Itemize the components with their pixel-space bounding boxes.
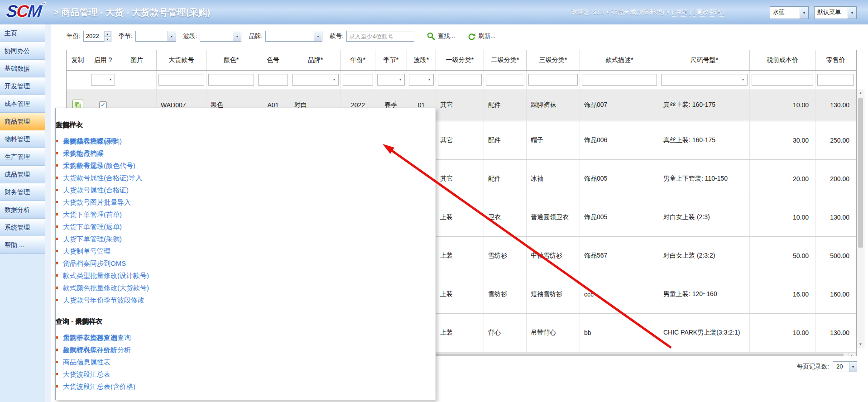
change-password-link[interactable]: [ 更改密码 ] — [693, 8, 724, 17]
top-header-bar: SCM™ > 商品管理 - 大货 - 大货款号管理(采购) 欢迎您: scm <… — [0, 0, 868, 25]
column-filter-input[interactable] — [752, 74, 813, 86]
sidebar-item[interactable]: 物料管理 — [0, 130, 45, 148]
column-header[interactable]: 复制 — [67, 50, 89, 70]
cell-category3: 冰袖 — [527, 160, 580, 198]
year-spinner[interactable]: 2022 ▲▼ — [83, 31, 111, 42]
menu-mode-select[interactable]: 默认菜单 — [814, 6, 857, 19]
column-header[interactable]: 三级分类* — [527, 50, 580, 70]
sidebar-item[interactable]: 数据分析 — [0, 201, 45, 219]
sidebar-item[interactable]: 协同办公 — [0, 42, 45, 60]
theme-select[interactable]: 水蓝 — [770, 6, 809, 19]
refresh-icon — [468, 33, 475, 40]
cell-pretax-cost: 20.00 — [750, 160, 815, 198]
menu-link[interactable]: 大货款号属性(颜色代号) — [56, 159, 174, 172]
menu-link[interactable]: 大货下单管理(采购) — [56, 233, 174, 245]
brand-label: 品牌: — [249, 32, 263, 40]
menu-group: 查询 - 大货 大货下单资料查询款式资料商品信息属性表大货波段汇总表大货波段汇总… — [56, 317, 174, 392]
sidebar-item[interactable]: 开发管理 — [0, 77, 45, 95]
menu-link[interactable]: 大货款号属性(合格证) — [56, 184, 174, 196]
sidebar-item[interactable]: 生产管理 — [0, 148, 45, 166]
menu-link[interactable]: 货品档案同步到OMS — [56, 257, 174, 269]
menu-link[interactable]: 大货款号管理 — [56, 147, 174, 159]
column-filter-input[interactable] — [486, 74, 524, 86]
column-header[interactable]: 波段* — [407, 50, 436, 70]
column-filter-select[interactable] — [661, 74, 748, 86]
spinner-arrows-icon[interactable]: ▲▼ — [104, 31, 111, 41]
column-header[interactable]: 季节* — [375, 50, 407, 70]
chevron-down-icon[interactable] — [848, 7, 856, 19]
scroll-up-icon[interactable]: ▲ — [857, 89, 864, 96]
menu-link[interactable]: 大货波段汇总表 — [56, 368, 174, 380]
chevron-down-icon[interactable] — [800, 7, 808, 19]
column-header[interactable]: 一级分类* — [436, 50, 484, 70]
menu-link[interactable]: 大货款号管理(采购) — [56, 135, 174, 147]
refresh-button[interactable]: 刷新... — [468, 32, 495, 40]
sidebar-item[interactable]: 帮助 ... — [0, 236, 45, 254]
column-filter-input[interactable] — [528, 74, 578, 86]
chevron-down-icon[interactable] — [168, 31, 176, 41]
column-header[interactable]: 色号 — [256, 50, 290, 70]
menu-link[interactable]: 款式颜色批量修改(大货款号) — [56, 282, 174, 294]
cell-size-spec: 男童上装: 120~160 — [659, 275, 750, 313]
column-header[interactable]: 尺码号型* — [659, 50, 750, 70]
column-header[interactable]: 大货款号 — [157, 50, 206, 70]
menu-link[interactable]: 大货下单资料查询 — [56, 331, 174, 344]
sidebar-item[interactable]: 成本管理 — [0, 95, 45, 113]
style-no-input[interactable] — [346, 31, 414, 42]
chevron-down-icon[interactable] — [849, 362, 857, 372]
column-filter-select[interactable] — [91, 74, 115, 86]
chevron-down-icon[interactable] — [233, 31, 241, 41]
band-select[interactable] — [200, 31, 241, 42]
sidebar-item[interactable]: 主页 — [0, 24, 45, 42]
menu-link[interactable]: 大货波段汇总表(含价格) — [56, 380, 174, 392]
menu-link[interactable]: 大货制单号管理 — [56, 245, 174, 257]
column-header[interactable]: 年份* — [341, 50, 375, 70]
column-header[interactable]: 启用 ? — [89, 50, 117, 70]
cell-retail-price: 250.00 — [815, 121, 856, 159]
column-filter-input[interactable] — [582, 74, 657, 86]
menu-link[interactable]: 款式类型批量修改(设计款号) — [56, 269, 174, 282]
menu-link[interactable]: 大货下单管理(返单) — [56, 220, 174, 233]
menu-link[interactable]: 大货款号图片批量导入 — [56, 196, 174, 208]
column-filter-input[interactable] — [258, 74, 288, 86]
column-filter-input[interactable] — [343, 74, 373, 86]
sidebar-item[interactable]: 成品管理 — [0, 166, 45, 183]
column-filter-select[interactable] — [377, 74, 405, 86]
menu-link[interactable]: 商品信息属性表 — [56, 356, 174, 368]
menu-link[interactable]: 大货下单管理(首单) — [56, 208, 174, 220]
column-header[interactable]: 品牌* — [290, 50, 341, 70]
logout-link[interactable]: [ 注销 ] — [672, 8, 691, 17]
chevron-down-icon[interactable] — [314, 31, 322, 41]
search-button[interactable]: 查找... — [427, 32, 455, 40]
column-filter-input[interactable] — [438, 74, 482, 86]
column-filter-input[interactable] — [208, 74, 254, 86]
column-header[interactable]: 税前成本价 — [750, 50, 815, 70]
cell-category1: 其它 — [436, 160, 484, 198]
column-header[interactable]: 颜色* — [206, 50, 256, 70]
sidebar-item[interactable]: 商品管理 — [0, 113, 45, 130]
cell-category1: 上装 — [436, 198, 484, 236]
column-filter-select[interactable] — [409, 74, 434, 86]
column-filter-input[interactable] — [158, 74, 204, 86]
brand-select[interactable] — [265, 31, 322, 42]
cell-category1: 上装 — [436, 237, 484, 275]
menu-link[interactable]: 大货款号年份季节波段修改 — [56, 294, 174, 306]
menu-link[interactable]: 款式资料 — [56, 344, 174, 356]
sidebar-item[interactable]: 基础数据 — [0, 60, 45, 77]
band-label: 波段: — [183, 32, 197, 40]
menu-link[interactable]: 大货款号属性(合格证)导入 — [56, 172, 174, 184]
vertical-scrollbar-thumb[interactable] — [858, 98, 863, 248]
sidebar-item[interactable]: 财务管理 — [0, 183, 45, 201]
season-select[interactable] — [135, 31, 176, 42]
column-header[interactable]: 零售价 — [815, 50, 856, 70]
column-filter-input[interactable] — [817, 74, 854, 86]
column-filter-select[interactable] — [292, 74, 339, 86]
scroll-down-icon[interactable]: ▼ — [857, 340, 864, 348]
vertical-scrollbar[interactable]: ▲ ▼ — [857, 89, 864, 348]
sidebar-item[interactable]: 系统管理 — [0, 219, 45, 236]
table-header-row: 复制 启用 ? 图片 大货款号 颜色* 色号 品牌* 年份* 季节* 波段* 一… — [67, 50, 856, 71]
column-header[interactable]: 款式描述* — [580, 50, 659, 70]
page-size-select[interactable]: 20 — [833, 361, 857, 372]
column-header[interactable]: 二级分类* — [484, 50, 527, 70]
column-header[interactable]: 图片 — [117, 50, 157, 70]
